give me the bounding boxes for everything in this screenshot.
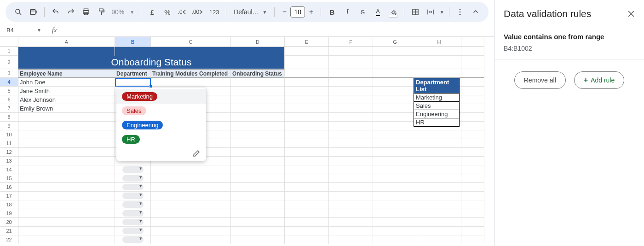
col-header-D[interactable]: D	[231, 37, 285, 47]
close-icon[interactable]	[627, 9, 636, 18]
header-department: Department	[115, 69, 151, 78]
cell-employee[interactable]: John Doe	[18, 78, 115, 87]
merge-cells-button[interactable]	[424, 5, 438, 19]
row-header[interactable]: 3	[0, 69, 18, 78]
more-formats-button[interactable]: 123	[206, 5, 222, 19]
dropdown-option[interactable]: Marketing	[116, 89, 206, 104]
dropdown-option[interactable]: Engineering	[116, 118, 206, 132]
row-header[interactable]: 21	[0, 227, 18, 235]
decrease-font-button[interactable]: −	[278, 6, 290, 18]
row-header[interactable]: 11	[0, 139, 18, 148]
row-header[interactable]: 4	[0, 78, 18, 87]
row-header[interactable]: 20	[0, 218, 18, 227]
col-header-extra[interactable]	[461, 37, 484, 47]
search-icon[interactable]	[11, 5, 25, 19]
undo-icon[interactable]	[48, 5, 63, 19]
row-header[interactable]: 14	[0, 165, 18, 174]
menus-icon[interactable]	[26, 5, 40, 19]
name-box-value: B4	[6, 27, 14, 34]
dropdown-option[interactable]: Sales	[116, 104, 206, 118]
fill-color-button[interactable]	[386, 5, 400, 19]
dropdown-chip-cell[interactable]	[115, 183, 151, 192]
paint-format-icon[interactable]	[94, 5, 109, 19]
row-header[interactable]: 13	[0, 157, 18, 165]
validation-rule-item[interactable]: Value contains one from range B4:B1002	[494, 26, 644, 59]
dept-list-item[interactable]: Marketing	[414, 94, 459, 102]
remove-all-button[interactable]: Remove all	[514, 71, 566, 89]
dropdown-chip-cell[interactable]	[115, 209, 151, 218]
dropdown-chip-cell[interactable]	[115, 192, 151, 200]
dept-list-item[interactable]: Sales	[414, 102, 459, 110]
row-header[interactable]: 19	[0, 209, 18, 218]
cell-employee[interactable]: Jane Smith	[18, 87, 115, 95]
cell-employee[interactable]: Emily Brown	[18, 104, 115, 113]
row-header[interactable]: 22	[0, 235, 18, 244]
zoom-level[interactable]: 90%	[109, 8, 126, 16]
print-icon[interactable]	[79, 5, 93, 19]
department-list-table: Department List Marketing Sales Engineer…	[414, 78, 460, 127]
dropdown-chip-cell[interactable]	[115, 200, 151, 209]
row-header[interactable]: 12	[0, 148, 18, 157]
add-rule-button[interactable]: + Add rule	[574, 71, 625, 89]
row-header[interactable]: 17	[0, 192, 18, 200]
svg-point-11	[460, 9, 461, 10]
spreadsheet-grid[interactable]: A B C D E F G H 1 2 3 4 5 6 7 8	[0, 37, 494, 246]
row-header[interactable]: 15	[0, 174, 18, 183]
row-header[interactable]: 7	[0, 104, 18, 113]
col-header-A[interactable]: A	[18, 37, 115, 47]
row-header[interactable]: 16	[0, 183, 18, 192]
row-header[interactable]: 2	[0, 56, 18, 69]
dropdown-chip-cell[interactable]	[115, 218, 151, 227]
strikethrough-button[interactable]: S	[356, 5, 370, 19]
name-box[interactable]: B4 ▼	[4, 27, 44, 34]
font-select[interactable]: Defaul… ▼	[230, 6, 270, 18]
header-status: Onboarding Status	[231, 69, 285, 78]
dept-list-item[interactable]: Engineering	[414, 110, 459, 118]
collapse-toolbar-icon[interactable]	[468, 5, 483, 19]
text-color-button[interactable]: A	[371, 5, 385, 19]
col-header-E[interactable]: E	[285, 37, 329, 47]
edit-icon[interactable]	[192, 149, 201, 158]
dept-list-item[interactable]: HR	[414, 118, 459, 126]
more-toolbar-icon[interactable]	[453, 5, 467, 19]
decrease-decimal-button[interactable]: .0	[176, 5, 190, 19]
row-header[interactable]: 1	[0, 47, 18, 56]
dropdown-chip-cell[interactable]	[115, 165, 151, 174]
col-header-B[interactable]: B	[115, 37, 151, 47]
increase-font-button[interactable]: +	[305, 6, 317, 18]
select-all-corner[interactable]	[0, 37, 18, 47]
svg-point-0	[16, 9, 20, 13]
percent-format-button[interactable]: %	[160, 5, 174, 19]
cell-employee[interactable]: Alex Johnson	[18, 95, 115, 104]
chip-marketing: Marketing	[122, 92, 157, 101]
dropdown-chip-cell[interactable]	[115, 174, 151, 183]
zoom-dropdown-icon[interactable]: ▼	[127, 10, 137, 15]
column-headers: A B C D E F G H	[0, 37, 494, 47]
col-header-G[interactable]: G	[373, 37, 417, 47]
row-header[interactable]: 5	[0, 87, 18, 95]
dropdown-chip-cell[interactable]	[115, 235, 151, 244]
fx-icon: fx	[52, 27, 57, 34]
font-size-input[interactable]	[290, 6, 305, 18]
row-header[interactable]: 9	[0, 122, 18, 130]
redo-icon[interactable]	[64, 5, 78, 19]
bold-button[interactable]: B	[325, 5, 339, 19]
chevron-down-icon: ▼	[37, 28, 41, 33]
svg-rect-2	[30, 10, 35, 15]
col-header-F[interactable]: F	[329, 37, 373, 47]
merge-dropdown-icon[interactable]: ▼	[439, 10, 445, 15]
dropdown-chip-cell[interactable]	[115, 227, 151, 235]
col-header-C[interactable]: C	[151, 37, 231, 47]
currency-format-button[interactable]: £	[145, 5, 159, 19]
dropdown-option[interactable]: HR	[116, 132, 206, 146]
row-header[interactable]: 10	[0, 130, 18, 139]
italic-button[interactable]: I	[340, 5, 355, 19]
col-header-H[interactable]: H	[417, 37, 461, 47]
plus-icon: +	[584, 76, 588, 84]
row-header[interactable]: 18	[0, 200, 18, 209]
cell-department-active[interactable]	[115, 78, 151, 87]
row-header[interactable]: 6	[0, 95, 18, 104]
borders-button[interactable]	[408, 5, 422, 19]
row-header[interactable]: 8	[0, 113, 18, 122]
increase-decimal-button[interactable]: .00	[191, 5, 205, 19]
